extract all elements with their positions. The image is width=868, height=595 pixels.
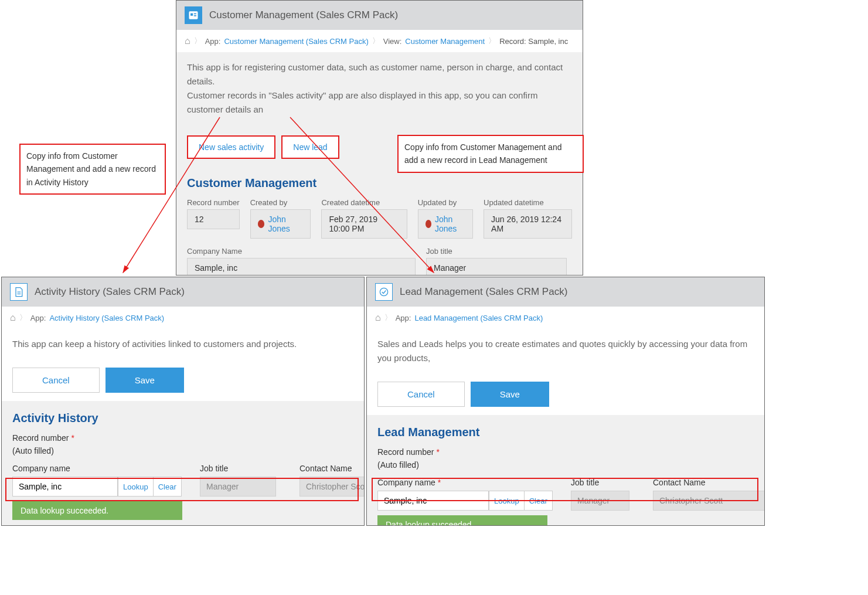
breadcrumb-app-link[interactable]: Customer Management (Sales CRM Pack): [224, 37, 368, 46]
panel-header: Lead Management (Sales CRM Pack): [367, 277, 764, 307]
company-name-input[interactable]: [12, 477, 118, 497]
svg-rect-2: [194, 13, 196, 15]
job-title-value: Manager: [200, 477, 276, 497]
auto-filled: (Auto filled): [12, 446, 353, 455]
breadcrumb-view-prefix: View:: [383, 37, 402, 46]
contact-name-label: Contact Name: [653, 478, 765, 487]
app-description: This app is for registering customer dat…: [176, 52, 583, 125]
form-section: Activity History Record number * (Auto f…: [2, 401, 364, 526]
breadcrumb: ⌂ 〉 App: Activity History (Sales CRM Pac…: [2, 307, 364, 329]
success-message: Data lookup succeeded.: [12, 501, 182, 520]
created-by-label: Created by: [250, 198, 311, 207]
success-message: Data lookup succeeded.: [377, 515, 547, 526]
app-icon: [10, 283, 28, 301]
app-description: This app can keep a history of activitie…: [2, 329, 364, 359]
breadcrumb-sep: 〉: [194, 36, 202, 46]
svg-point-6: [380, 288, 387, 295]
svg-rect-3: [194, 15, 196, 16]
clear-button[interactable]: Clear: [525, 491, 553, 511]
panel-header: Customer Management (Sales CRM Pack): [176, 1, 583, 30]
contact-name-value: Christopher Scott: [653, 491, 765, 511]
panel-header: Activity History (Sales CRM Pack): [2, 277, 364, 307]
job-title-label: Job title: [571, 478, 629, 487]
activity-history-panel: Activity History (Sales CRM Pack) ⌂ 〉 Ap…: [1, 277, 365, 526]
panel-title: Activity History (Sales CRM Pack): [35, 286, 185, 298]
cancel-button[interactable]: Cancel: [377, 382, 465, 407]
breadcrumb-view-link[interactable]: Customer Management: [405, 37, 485, 46]
cancel-button[interactable]: Cancel: [12, 368, 100, 393]
job-title-value: Manager: [571, 491, 629, 511]
annotation-right: Copy info from Customer Management and a…: [397, 135, 584, 173]
job-title-label: Job title: [200, 464, 276, 473]
lookup-button[interactable]: Lookup: [118, 477, 154, 497]
company-name-value: Sample, inc: [187, 258, 416, 276]
breadcrumb-app-link[interactable]: Lead Management (Sales CRM Pack): [414, 314, 543, 322]
created-datetime-label: Created datetime: [321, 198, 407, 207]
panel-title: Lead Management (Sales CRM Pack): [400, 286, 567, 298]
avatar-icon: [258, 220, 265, 228]
updated-by-value[interactable]: John Jones: [435, 215, 465, 233]
lead-management-panel: Lead Management (Sales CRM Pack) ⌂ 〉 App…: [366, 277, 765, 526]
updated-datetime-value: Jun 26, 2019 12:24 AM: [484, 209, 572, 239]
form-section: Lead Management Record number * (Auto fi…: [367, 415, 764, 526]
company-name-label: Company name: [12, 464, 176, 473]
created-by-value[interactable]: John Jones: [268, 215, 303, 233]
lookup-button[interactable]: Lookup: [489, 491, 525, 511]
updated-datetime-label: Updated datetime: [484, 198, 572, 207]
breadcrumb-record: Record: Sample, inc: [499, 37, 568, 46]
svg-rect-0: [189, 11, 198, 19]
job-title-value: Manager: [426, 258, 567, 276]
record-number-label: Record number: [377, 447, 434, 457]
button-row: Cancel Save: [2, 359, 364, 401]
clear-button[interactable]: Clear: [154, 477, 182, 497]
home-icon[interactable]: ⌂: [185, 36, 190, 46]
save-button[interactable]: Save: [105, 368, 184, 393]
svg-rect-1: [190, 13, 193, 16]
home-icon[interactable]: ⌂: [10, 312, 16, 323]
home-icon[interactable]: ⌂: [375, 312, 381, 323]
new-lead-button[interactable]: New lead: [281, 135, 339, 159]
breadcrumb-app-prefix: App:: [205, 37, 221, 46]
updated-by-label: Updated by: [418, 198, 473, 207]
record-number-value: 12: [187, 209, 240, 229]
avatar-icon: [426, 220, 431, 228]
breadcrumb-app-link[interactable]: Activity History (Sales CRM Pack): [49, 314, 164, 322]
company-name-label: Company Name: [187, 247, 416, 256]
created-datetime-value: Feb 27, 2019 10:00 PM: [321, 209, 407, 239]
app-description: Sales and Leads helps you to create esti…: [367, 329, 764, 373]
app-icon: [375, 283, 393, 301]
record-number-label: Record number: [187, 198, 240, 207]
auto-filled: (Auto filled): [377, 460, 754, 470]
section-title: Activity History: [12, 412, 353, 425]
section-title: Customer Management: [187, 176, 572, 190]
company-name-label: Company name: [377, 478, 435, 487]
section-title: Lead Management: [377, 426, 754, 439]
panel-title: Customer Management (Sales CRM Pack): [209, 9, 398, 21]
save-button[interactable]: Save: [471, 382, 549, 407]
app-icon: [185, 6, 202, 24]
contact-name-label: Contact Name: [299, 464, 365, 473]
button-row: Cancel Save: [367, 373, 764, 415]
new-sales-activity-button[interactable]: New sales activity: [187, 135, 275, 159]
breadcrumb: ⌂ 〉 App: Lead Management (Sales CRM Pack…: [367, 307, 764, 329]
company-name-input[interactable]: [377, 491, 489, 511]
job-title-label: Job title: [426, 247, 567, 256]
contact-name-value: Christopher Scott: [299, 477, 365, 497]
annotation-left: Copy info from Customer Management and a…: [19, 144, 166, 195]
breadcrumb: ⌂ 〉 App: Customer Management (Sales CRM …: [176, 30, 583, 52]
record-number-label: Record number: [12, 433, 69, 443]
